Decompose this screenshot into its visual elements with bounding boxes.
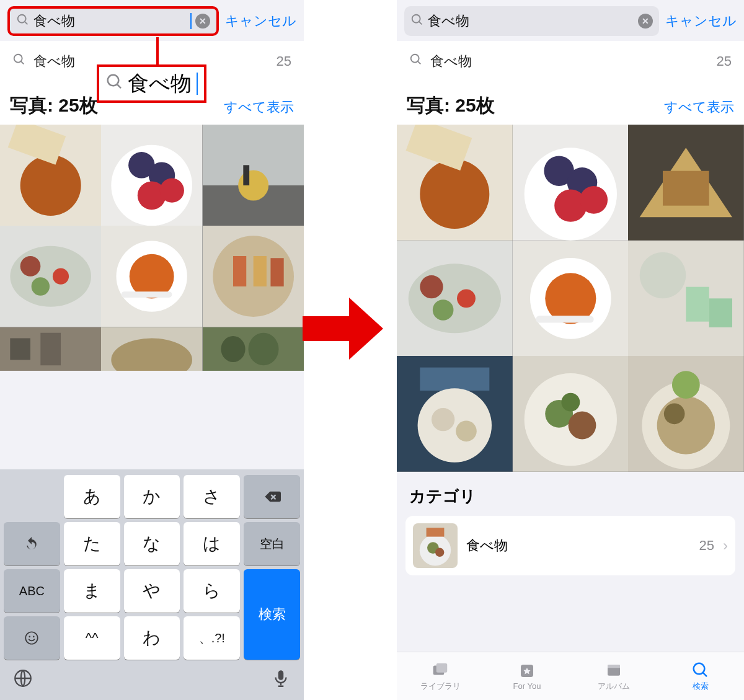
- results-header: 写真: 25枚 すべて表示: [397, 82, 744, 125]
- photo-thumb[interactable]: [628, 356, 744, 472]
- results-title: 写真: 25枚: [10, 93, 98, 118]
- suggestion-text: 食べ物: [430, 52, 472, 71]
- photo-thumb[interactable]: [513, 356, 629, 472]
- svg-point-16: [53, 268, 69, 285]
- svg-rect-24: [233, 256, 246, 286]
- undo-key[interactable]: [4, 522, 60, 565]
- key[interactable]: 、.?!: [184, 616, 240, 660]
- tab-album[interactable]: アルバム: [570, 652, 657, 700]
- suggestion-count: 25: [717, 53, 732, 69]
- search-icon: [12, 53, 26, 70]
- tab-foryou[interactable]: For You: [484, 652, 570, 700]
- results-title: 写真: 25枚: [407, 93, 495, 118]
- photo-thumb[interactable]: [0, 327, 101, 371]
- key[interactable]: や: [124, 569, 180, 613]
- keyboard: あ か さ た な は 空白 ABC ま や ら 検索 ^^ わ 、.?!: [0, 469, 304, 700]
- abc-key[interactable]: ABC: [4, 569, 60, 613]
- photo-thumb[interactable]: [101, 125, 202, 226]
- svg-point-73: [568, 412, 596, 440]
- show-all-button[interactable]: すべて表示: [224, 98, 294, 117]
- key[interactable]: は: [184, 522, 240, 565]
- key[interactable]: ^^: [64, 616, 120, 660]
- svg-point-78: [664, 404, 685, 425]
- svg-rect-12: [243, 165, 249, 185]
- svg-rect-26: [270, 259, 283, 287]
- svg-point-33: [221, 336, 245, 362]
- photo-thumb[interactable]: [0, 226, 101, 327]
- category-count: 25: [699, 538, 714, 554]
- svg-rect-84: [427, 528, 445, 536]
- photo-thumb[interactable]: [628, 125, 744, 241]
- svg-rect-86: [436, 663, 448, 672]
- photo-thumb[interactable]: [203, 125, 304, 226]
- photo-thumb[interactable]: [203, 226, 304, 327]
- mic-icon[interactable]: [270, 668, 291, 691]
- svg-rect-39: [278, 670, 284, 680]
- search-input[interactable]: 食べ物 ✕: [404, 6, 659, 36]
- key[interactable]: な: [124, 522, 180, 565]
- svg-rect-28: [10, 338, 30, 360]
- photo-thumb[interactable]: [397, 356, 513, 472]
- key[interactable]: あ: [64, 475, 120, 518]
- cancel-button[interactable]: キャンセル: [665, 12, 737, 30]
- svg-point-17: [32, 278, 50, 296]
- globe-icon[interactable]: [12, 668, 33, 691]
- suggestion-count: 25: [277, 53, 291, 69]
- tab-bar: ライブラリ For You アルバム 検索: [397, 652, 744, 700]
- key[interactable]: ま: [64, 569, 120, 613]
- svg-rect-64: [709, 298, 732, 327]
- photo-thumb[interactable]: [628, 241, 744, 357]
- show-all-button[interactable]: すべて表示: [664, 98, 734, 117]
- clear-icon[interactable]: ✕: [195, 14, 210, 29]
- svg-point-48: [580, 186, 608, 214]
- svg-point-74: [561, 393, 580, 412]
- svg-rect-60: [536, 316, 593, 322]
- callout-text: 食べ物: [128, 69, 192, 98]
- photo-thumb[interactable]: [203, 327, 304, 371]
- svg-point-37: [33, 636, 35, 638]
- category-thumb: [413, 523, 458, 568]
- search-icon: [105, 72, 124, 96]
- cancel-button[interactable]: キャンセル: [225, 12, 296, 30]
- category-item[interactable]: 食べ物 25 ›: [405, 516, 735, 575]
- tab-label: アルバム: [598, 681, 630, 692]
- key[interactable]: ら: [184, 569, 240, 613]
- text-caret: [190, 13, 192, 29]
- svg-point-41: [420, 159, 489, 229]
- photo-thumb[interactable]: [397, 125, 513, 241]
- tab-search[interactable]: 検索: [657, 652, 744, 700]
- svg-point-8: [160, 179, 184, 203]
- svg-point-34: [248, 332, 278, 365]
- photo-thumb[interactable]: [513, 241, 629, 357]
- tab-library[interactable]: ライブラリ: [397, 652, 484, 700]
- photo-thumb[interactable]: [513, 125, 629, 241]
- search-input[interactable]: 食べ物 ✕: [7, 6, 219, 36]
- key[interactable]: た: [64, 522, 120, 565]
- key[interactable]: さ: [184, 475, 240, 518]
- space-key[interactable]: 空白: [244, 522, 300, 565]
- photo-thumb[interactable]: [101, 226, 202, 327]
- search-suggestion[interactable]: 食べ物 25: [397, 41, 744, 82]
- svg-point-62: [640, 252, 686, 298]
- phone-left: 食べ物 ✕ キャンセル 食べ物 25 食べ物 写真: 25枚 すべて表示: [0, 0, 304, 700]
- category-heading: カテゴリ: [397, 472, 744, 516]
- svg-rect-63: [686, 286, 709, 321]
- key[interactable]: か: [124, 475, 180, 518]
- photo-thumb[interactable]: [397, 241, 513, 357]
- emoji-key[interactable]: [4, 616, 60, 660]
- svg-point-15: [20, 256, 41, 277]
- search-key[interactable]: 検索: [244, 569, 300, 660]
- photo-thumb[interactable]: [0, 125, 101, 226]
- svg-point-67: [418, 389, 492, 463]
- search-value: 食べ物: [33, 12, 187, 30]
- backspace-key[interactable]: [244, 475, 300, 518]
- svg-point-36: [29, 636, 31, 638]
- svg-point-79: [672, 371, 700, 399]
- key[interactable]: わ: [124, 616, 180, 660]
- photo-thumb[interactable]: [101, 327, 202, 371]
- annotation-line: [156, 37, 159, 67]
- svg-rect-21: [122, 291, 172, 298]
- clear-icon[interactable]: ✕: [638, 14, 653, 29]
- svg-point-35: [26, 632, 38, 644]
- svg-rect-25: [253, 256, 266, 286]
